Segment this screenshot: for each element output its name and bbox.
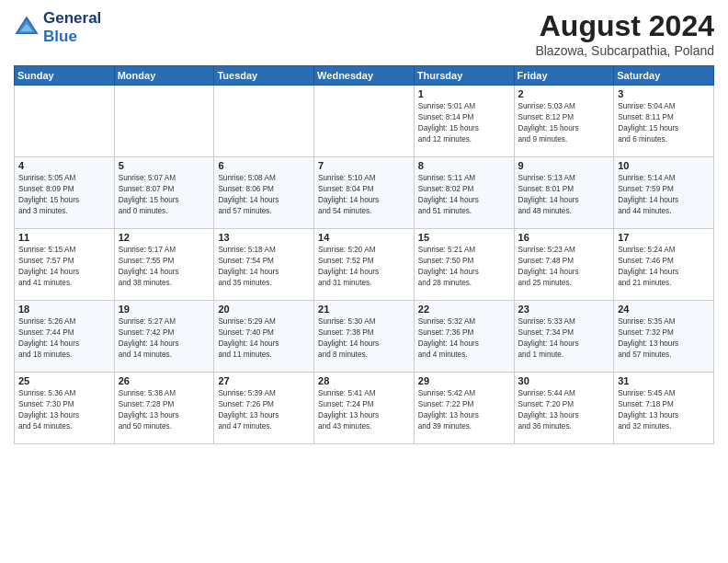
- day-number: 28: [318, 375, 410, 386]
- day-info: Sunrise: 5:11 AMSunset: 8:02 PMDaylight:…: [418, 173, 510, 217]
- day-number: 26: [119, 375, 210, 386]
- day-info: Sunrise: 5:18 AMSunset: 7:54 PMDaylight:…: [218, 245, 310, 289]
- day-info: Sunrise: 5:36 AMSunset: 7:30 PMDaylight:…: [18, 388, 110, 432]
- day-cell-0-2: [214, 86, 314, 157]
- logo-text: General Blue: [43, 9, 101, 46]
- day-number: 8: [418, 160, 510, 171]
- title-block: August 2024 Blazowa, Subcarpathia, Polan…: [535, 9, 714, 58]
- day-cell-2-6: 17Sunrise: 5:24 AMSunset: 7:46 PMDayligh…: [614, 229, 714, 301]
- col-sunday: Sunday: [15, 66, 115, 86]
- day-number: 16: [518, 232, 610, 243]
- day-info: Sunrise: 5:38 AMSunset: 7:28 PMDaylight:…: [119, 388, 210, 432]
- day-info: Sunrise: 5:14 AMSunset: 7:59 PMDaylight:…: [618, 173, 710, 217]
- day-info: Sunrise: 5:24 AMSunset: 7:46 PMDaylight:…: [618, 245, 710, 289]
- day-cell-0-0: [15, 86, 115, 157]
- day-cell-1-5: 9Sunrise: 5:13 AMSunset: 8:01 PMDaylight…: [514, 157, 614, 229]
- day-info: Sunrise: 5:27 AMSunset: 7:42 PMDaylight:…: [119, 316, 210, 361]
- day-number: 3: [618, 88, 710, 99]
- day-cell-4-1: 26Sunrise: 5:38 AMSunset: 7:28 PMDayligh…: [114, 373, 214, 444]
- day-number: 1: [418, 88, 510, 99]
- day-number: 5: [119, 160, 210, 171]
- day-info: Sunrise: 5:29 AMSunset: 7:40 PMDaylight:…: [218, 316, 310, 361]
- col-wednesday: Wednesday: [314, 66, 415, 86]
- day-cell-3-5: 23Sunrise: 5:33 AMSunset: 7:34 PMDayligh…: [514, 301, 614, 373]
- day-number: 21: [318, 304, 410, 315]
- day-cell-4-4: 29Sunrise: 5:42 AMSunset: 7:22 PMDayligh…: [414, 373, 514, 444]
- day-cell-3-6: 24Sunrise: 5:35 AMSunset: 7:32 PMDayligh…: [614, 301, 714, 373]
- day-cell-2-4: 15Sunrise: 5:21 AMSunset: 7:50 PMDayligh…: [414, 229, 514, 301]
- day-cell-1-1: 5Sunrise: 5:07 AMSunset: 8:07 PMDaylight…: [114, 157, 214, 229]
- day-info: Sunrise: 5:44 AMSunset: 7:20 PMDaylight:…: [518, 388, 610, 432]
- day-info: Sunrise: 5:35 AMSunset: 7:32 PMDaylight:…: [618, 316, 710, 361]
- day-cell-1-3: 7Sunrise: 5:10 AMSunset: 8:04 PMDaylight…: [314, 157, 415, 229]
- day-number: 13: [218, 232, 310, 243]
- day-cell-3-3: 21Sunrise: 5:30 AMSunset: 7:38 PMDayligh…: [314, 301, 415, 373]
- day-info: Sunrise: 5:15 AMSunset: 7:57 PMDaylight:…: [18, 245, 110, 289]
- week-row-1: 1Sunrise: 5:01 AMSunset: 8:14 PMDaylight…: [15, 86, 714, 157]
- day-number: 29: [418, 375, 510, 386]
- day-number: 20: [218, 304, 310, 315]
- day-number: 17: [618, 232, 710, 243]
- day-info: Sunrise: 5:42 AMSunset: 7:22 PMDaylight:…: [418, 388, 510, 432]
- day-info: Sunrise: 5:04 AMSunset: 8:11 PMDaylight:…: [618, 101, 710, 145]
- day-cell-0-5: 2Sunrise: 5:03 AMSunset: 8:12 PMDaylight…: [514, 86, 614, 157]
- logo: General Blue: [14, 9, 101, 46]
- week-row-3: 11Sunrise: 5:15 AMSunset: 7:57 PMDayligh…: [15, 229, 714, 301]
- day-info: Sunrise: 5:30 AMSunset: 7:38 PMDaylight:…: [318, 316, 410, 361]
- day-cell-3-4: 22Sunrise: 5:32 AMSunset: 7:36 PMDayligh…: [414, 301, 514, 373]
- day-number: 22: [418, 304, 510, 315]
- day-cell-1-2: 6Sunrise: 5:08 AMSunset: 8:06 PMDaylight…: [214, 157, 314, 229]
- day-cell-4-3: 28Sunrise: 5:41 AMSunset: 7:24 PMDayligh…: [314, 373, 415, 444]
- day-number: 27: [218, 375, 310, 386]
- day-number: 15: [418, 232, 510, 243]
- day-cell-2-3: 14Sunrise: 5:20 AMSunset: 7:52 PMDayligh…: [314, 229, 415, 301]
- day-cell-3-0: 18Sunrise: 5:26 AMSunset: 7:44 PMDayligh…: [15, 301, 115, 373]
- day-number: 12: [119, 232, 210, 243]
- day-info: Sunrise: 5:26 AMSunset: 7:44 PMDaylight:…: [18, 316, 110, 361]
- logo-icon: [14, 15, 40, 40]
- day-number: 31: [618, 375, 710, 386]
- day-cell-4-5: 30Sunrise: 5:44 AMSunset: 7:20 PMDayligh…: [514, 373, 614, 444]
- subtitle: Blazowa, Subcarpathia, Poland: [535, 43, 714, 58]
- day-cell-2-2: 13Sunrise: 5:18 AMSunset: 7:54 PMDayligh…: [214, 229, 314, 301]
- day-number: 11: [18, 232, 110, 243]
- day-number: 30: [518, 375, 610, 386]
- col-tuesday: Tuesday: [214, 66, 314, 86]
- day-info: Sunrise: 5:23 AMSunset: 7:48 PMDaylight:…: [518, 245, 610, 289]
- day-info: Sunrise: 5:39 AMSunset: 7:26 PMDaylight:…: [218, 388, 310, 432]
- day-cell-1-0: 4Sunrise: 5:05 AMSunset: 8:09 PMDaylight…: [15, 157, 115, 229]
- day-info: Sunrise: 5:05 AMSunset: 8:09 PMDaylight:…: [18, 173, 110, 217]
- day-cell-2-5: 16Sunrise: 5:23 AMSunset: 7:48 PMDayligh…: [514, 229, 614, 301]
- day-number: 18: [18, 304, 110, 315]
- day-cell-2-0: 11Sunrise: 5:15 AMSunset: 7:57 PMDayligh…: [15, 229, 115, 301]
- day-number: 6: [218, 160, 310, 171]
- day-cell-0-3: [314, 86, 415, 157]
- day-info: Sunrise: 5:21 AMSunset: 7:50 PMDaylight:…: [418, 245, 510, 289]
- day-cell-0-4: 1Sunrise: 5:01 AMSunset: 8:14 PMDaylight…: [414, 86, 514, 157]
- day-info: Sunrise: 5:33 AMSunset: 7:34 PMDaylight:…: [518, 316, 610, 361]
- col-thursday: Thursday: [414, 66, 514, 86]
- day-number: 24: [618, 304, 710, 315]
- day-cell-1-6: 10Sunrise: 5:14 AMSunset: 7:59 PMDayligh…: [614, 157, 714, 229]
- day-info: Sunrise: 5:08 AMSunset: 8:06 PMDaylight:…: [218, 173, 310, 217]
- day-cell-2-1: 12Sunrise: 5:17 AMSunset: 7:55 PMDayligh…: [114, 229, 214, 301]
- day-info: Sunrise: 5:17 AMSunset: 7:55 PMDaylight:…: [119, 245, 210, 289]
- col-friday: Friday: [514, 66, 614, 86]
- header: General Blue August 2024 Blazowa, Subcar…: [14, 9, 714, 58]
- week-row-5: 25Sunrise: 5:36 AMSunset: 7:30 PMDayligh…: [15, 373, 714, 444]
- day-info: Sunrise: 5:01 AMSunset: 8:14 PMDaylight:…: [418, 101, 510, 145]
- day-info: Sunrise: 5:45 AMSunset: 7:18 PMDaylight:…: [618, 388, 710, 432]
- day-number: 23: [518, 304, 610, 315]
- day-info: Sunrise: 5:13 AMSunset: 8:01 PMDaylight:…: [518, 173, 610, 217]
- day-info: Sunrise: 5:20 AMSunset: 7:52 PMDaylight:…: [318, 245, 410, 289]
- day-number: 7: [318, 160, 410, 171]
- day-cell-0-1: [114, 86, 214, 157]
- day-cell-4-2: 27Sunrise: 5:39 AMSunset: 7:26 PMDayligh…: [214, 373, 314, 444]
- day-number: 9: [518, 160, 610, 171]
- day-number: 10: [618, 160, 710, 171]
- day-info: Sunrise: 5:07 AMSunset: 8:07 PMDaylight:…: [119, 173, 210, 217]
- day-info: Sunrise: 5:10 AMSunset: 8:04 PMDaylight:…: [318, 173, 410, 217]
- day-cell-1-4: 8Sunrise: 5:11 AMSunset: 8:02 PMDaylight…: [414, 157, 514, 229]
- day-info: Sunrise: 5:41 AMSunset: 7:24 PMDaylight:…: [318, 388, 410, 432]
- day-cell-3-2: 20Sunrise: 5:29 AMSunset: 7:40 PMDayligh…: [214, 301, 314, 373]
